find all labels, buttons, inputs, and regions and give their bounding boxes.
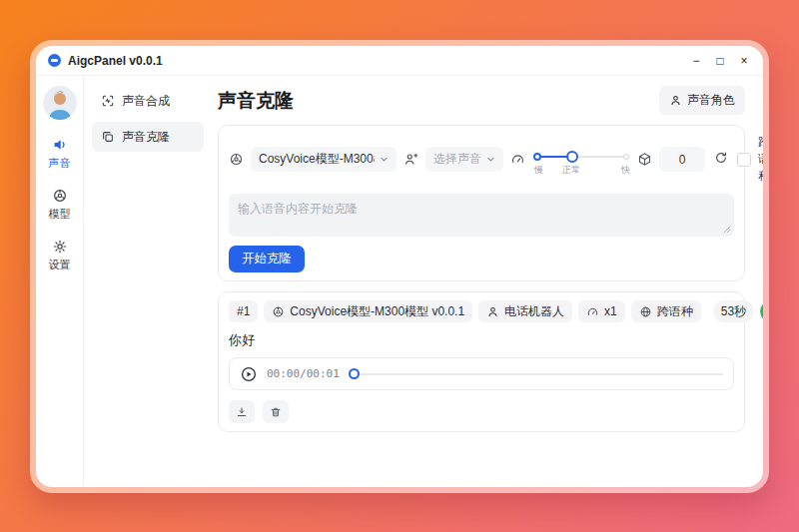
speedometer-icon: [586, 305, 599, 318]
model-icon: [272, 305, 285, 318]
cross-lingual-label: 跨语种: [758, 134, 763, 185]
desktop-background: AigcPanel v0.0.1 − □ ×: [0, 0, 799, 532]
seed-icon: [637, 152, 652, 167]
result-status-badge: 成功: [760, 300, 763, 322]
titlebar: AigcPanel v0.0.1 − □ ×: [36, 46, 763, 76]
player-seek-slider[interactable]: [349, 368, 723, 379]
clone-text-placeholder: 输入语音内容开始克隆: [238, 202, 358, 216]
rail-item-label: 设置: [49, 258, 71, 272]
resize-handle-icon[interactable]: [723, 226, 731, 234]
download-button[interactable]: [229, 400, 255, 423]
globe-icon: [639, 305, 652, 318]
result-text: 你好: [229, 331, 734, 349]
voice-select[interactable]: 选择声音角色: [425, 147, 503, 172]
main-header: 声音克隆 声音角色: [218, 86, 745, 115]
speed-slider[interactable]: 慢 正常 快: [532, 147, 630, 173]
minimize-button[interactable]: −: [685, 50, 707, 72]
chevron-down-icon: [486, 155, 495, 164]
avatar-person-icon: [43, 86, 77, 120]
slider-end-dot: [623, 154, 629, 160]
cross-lingual-checkbox[interactable]: [737, 153, 751, 167]
rail-item-label: 声音: [49, 156, 71, 171]
rail-item-voice[interactable]: 声音: [49, 137, 71, 171]
trash-icon: [270, 406, 282, 418]
speed-label-slow: 慢: [534, 164, 543, 177]
rail-item-label: 模型: [49, 207, 71, 222]
nav-rail: 声音 模型 设置: [36, 76, 84, 487]
result-speed-badge: x1: [578, 300, 625, 322]
result-voice-label: 电话机器人: [504, 303, 564, 320]
app-logo-icon: [48, 54, 61, 67]
app-title: AigcPanel v0.0.1: [68, 54, 163, 68]
speed-label-fast: 快: [621, 164, 630, 177]
close-button[interactable]: ×: [733, 50, 755, 72]
refresh-seed-button[interactable]: [712, 151, 730, 169]
app-body: 声音 模型 设置: [36, 76, 763, 487]
sidebar-item-label: 声音合成: [122, 93, 170, 110]
result-model-badge: CosyVoice模型-M300模型 v0.0.1: [264, 300, 472, 322]
clone-text-input[interactable]: 输入语音内容开始克隆: [229, 194, 734, 237]
start-clone-button[interactable]: 开始克隆: [229, 246, 305, 272]
audio-player: 00:00/00:01: [229, 357, 734, 390]
sidebar-item-voice-synthesis[interactable]: 声音合成: [92, 86, 204, 116]
result-mode-badge: 跨语种: [631, 300, 701, 322]
person-icon: [486, 305, 499, 318]
person-plus-icon: [403, 152, 418, 167]
speedometer-icon: [510, 152, 525, 167]
download-icon: [236, 406, 248, 418]
result-model-label: CosyVoice模型-M300模型 v0.0.1: [290, 303, 464, 320]
sidebar-item-voice-clone[interactable]: 声音克隆: [92, 122, 204, 152]
result-voice-badge: 电话机器人: [478, 300, 572, 322]
slider-handle[interactable]: [566, 151, 578, 163]
main-content: 声音克隆 声音角色: [212, 76, 763, 487]
app-window: AigcPanel v0.0.1 − □ ×: [30, 40, 769, 493]
result-badges-row: #1 CosyVoice模型-M300模型 v0.0.1: [229, 300, 734, 322]
rail-item-settings[interactable]: 设置: [49, 239, 71, 272]
maximize-button[interactable]: □: [709, 50, 731, 72]
refresh-icon: [714, 151, 728, 165]
sidebar: 声音合成 声音克隆: [84, 76, 212, 487]
result-card: #1 CosyVoice模型-M300模型 v0.0.1: [218, 291, 745, 432]
result-speed-label: x1: [604, 304, 617, 318]
app-window-inner: AigcPanel v0.0.1 − □ ×: [36, 46, 763, 487]
synthesis-icon: [101, 94, 115, 108]
player-seek-track: [360, 373, 723, 375]
speaker-icon: [52, 137, 68, 153]
model-icon: [52, 188, 68, 204]
result-actions: [229, 400, 734, 423]
seed-input[interactable]: 0: [659, 147, 705, 172]
result-duration-badge: 53秒: [713, 300, 754, 322]
play-icon: [240, 365, 258, 383]
slider-start-dot: [533, 153, 541, 161]
voice-select-placeholder: 选择声音角色: [433, 151, 481, 168]
window-controls: − □ ×: [685, 50, 755, 72]
gear-icon: [52, 239, 68, 255]
voice-role-button-label: 声音角色: [687, 92, 735, 109]
play-button[interactable]: [240, 365, 258, 383]
sidebar-item-label: 声音克隆: [122, 129, 170, 146]
chevron-down-icon: [380, 155, 389, 164]
clone-form-card: CosyVoice模型-M300模型 v0.0.1 选择声音角色: [218, 125, 745, 281]
model-select-value: CosyVoice模型-M300模型 v0.0.1: [259, 151, 375, 168]
speed-label-normal: 正常: [562, 164, 580, 177]
form-controls-row: CosyVoice模型-M300模型 v0.0.1 选择声音角色: [229, 134, 734, 185]
user-avatar[interactable]: [43, 86, 77, 120]
page-title: 声音克隆: [218, 88, 294, 114]
result-mode-label: 跨语种: [657, 303, 693, 320]
model-select[interactable]: CosyVoice模型-M300模型 v0.0.1: [251, 147, 397, 172]
rail-item-model[interactable]: 模型: [49, 188, 71, 222]
player-time: 00:00/00:01: [267, 367, 340, 380]
player-seek-handle[interactable]: [349, 368, 360, 379]
result-index-badge: #1: [229, 300, 258, 322]
person-icon: [669, 94, 682, 107]
clone-icon: [101, 130, 115, 144]
model-icon: [229, 152, 244, 167]
voice-role-button[interactable]: 声音角色: [659, 86, 745, 115]
delete-button[interactable]: [263, 400, 289, 423]
